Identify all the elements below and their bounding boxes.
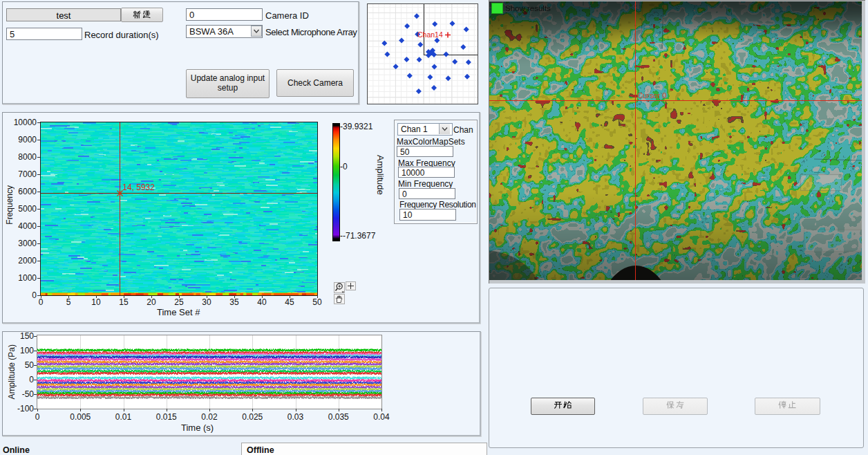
svg-text:Chan14: Chan14 [417, 30, 443, 39]
